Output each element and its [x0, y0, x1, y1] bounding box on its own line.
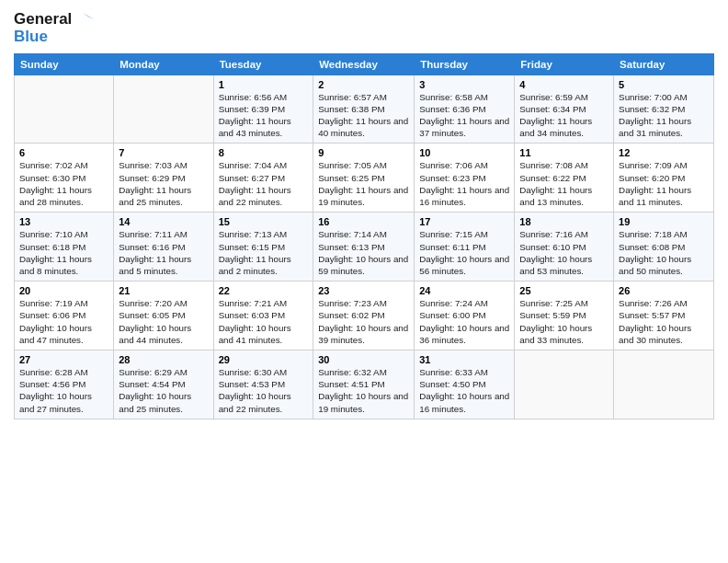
day-detail: Sunrise: 7:20 AMSunset: 6:05 PMDaylight:… — [119, 297, 208, 346]
day-detail: Sunrise: 7:08 AMSunset: 6:22 PMDaylight:… — [519, 159, 609, 208]
day-of-week-header: Saturday — [614, 53, 714, 75]
day-number: 22 — [219, 285, 309, 296]
calendar-day-cell: 2Sunrise: 6:57 AMSunset: 6:38 PMDaylight… — [313, 75, 415, 144]
day-of-week-header: Sunday — [15, 53, 114, 75]
day-of-week-header: Thursday — [415, 53, 515, 75]
calendar-day-cell: 17Sunrise: 7:15 AMSunset: 6:11 PMDayligh… — [415, 213, 515, 282]
day-number: 15 — [219, 216, 309, 227]
calendar-day-cell: 5Sunrise: 7:00 AMSunset: 6:32 PMDaylight… — [614, 75, 714, 144]
day-detail: Sunrise: 7:23 AMSunset: 6:02 PMDaylight:… — [318, 297, 409, 346]
calendar-day-cell: 27Sunrise: 6:28 AMSunset: 4:56 PMDayligh… — [15, 350, 114, 419]
day-detail: Sunrise: 7:02 AMSunset: 6:30 PMDaylight:… — [19, 159, 108, 208]
calendar-day-cell: 6Sunrise: 7:02 AMSunset: 6:30 PMDaylight… — [15, 144, 114, 213]
day-number: 13 — [19, 216, 108, 227]
day-detail: Sunrise: 7:24 AMSunset: 6:00 PMDaylight:… — [419, 297, 509, 346]
calendar-day-cell — [15, 75, 114, 144]
header-row: SundayMondayTuesdayWednesdayThursdayFrid… — [15, 53, 714, 75]
day-number: 1 — [219, 79, 309, 90]
calendar-day-cell: 8Sunrise: 7:04 AMSunset: 6:27 PMDaylight… — [213, 144, 313, 213]
day-number: 25 — [519, 285, 609, 296]
day-number: 17 — [419, 216, 509, 227]
svg-marker-0 — [83, 13, 94, 19]
day-of-week-header: Wednesday — [313, 53, 415, 75]
day-detail: Sunrise: 6:30 AMSunset: 4:53 PMDaylight:… — [219, 366, 309, 415]
day-number: 27 — [19, 354, 108, 365]
day-detail: Sunrise: 7:00 AMSunset: 6:32 PMDaylight:… — [619, 91, 709, 140]
day-detail: Sunrise: 7:09 AMSunset: 6:20 PMDaylight:… — [619, 159, 709, 208]
day-detail: Sunrise: 7:16 AMSunset: 6:10 PMDaylight:… — [519, 228, 609, 277]
calendar-day-cell: 22Sunrise: 7:21 AMSunset: 6:03 PMDayligh… — [213, 282, 313, 350]
day-number: 26 — [619, 285, 709, 296]
day-detail: Sunrise: 7:13 AMSunset: 6:15 PMDaylight:… — [219, 228, 309, 277]
day-detail: Sunrise: 6:56 AMSunset: 6:39 PMDaylight:… — [219, 91, 309, 140]
day-of-week-header: Friday — [515, 53, 614, 75]
day-number: 14 — [119, 216, 208, 227]
logo-blue: Blue — [14, 28, 94, 46]
logo-general: General — [14, 10, 72, 29]
day-number: 28 — [119, 354, 208, 365]
calendar-day-cell: 19Sunrise: 7:18 AMSunset: 6:08 PMDayligh… — [614, 213, 714, 282]
day-of-week-header: Tuesday — [213, 53, 313, 75]
day-number: 30 — [318, 354, 409, 365]
day-detail: Sunrise: 7:04 AMSunset: 6:27 PMDaylight:… — [219, 159, 309, 208]
day-detail: Sunrise: 7:21 AMSunset: 6:03 PMDaylight:… — [219, 297, 309, 346]
day-number: 21 — [119, 285, 208, 296]
day-detail: Sunrise: 7:19 AMSunset: 6:06 PMDaylight:… — [19, 297, 108, 346]
calendar-day-cell: 7Sunrise: 7:03 AMSunset: 6:29 PMDaylight… — [114, 144, 213, 213]
calendar-week-row: 20Sunrise: 7:19 AMSunset: 6:06 PMDayligh… — [15, 282, 714, 350]
calendar-day-cell: 15Sunrise: 7:13 AMSunset: 6:15 PMDayligh… — [213, 213, 313, 282]
day-detail: Sunrise: 7:06 AMSunset: 6:23 PMDaylight:… — [419, 159, 509, 208]
day-detail: Sunrise: 6:57 AMSunset: 6:38 PMDaylight:… — [318, 91, 409, 140]
calendar-day-cell: 25Sunrise: 7:25 AMSunset: 5:59 PMDayligh… — [515, 282, 614, 350]
calendar-day-cell: 11Sunrise: 7:08 AMSunset: 6:22 PMDayligh… — [515, 144, 614, 213]
day-detail: Sunrise: 7:26 AMSunset: 5:57 PMDaylight:… — [619, 297, 709, 346]
day-number: 19 — [619, 216, 709, 227]
calendar-day-cell: 9Sunrise: 7:05 AMSunset: 6:25 PMDaylight… — [313, 144, 415, 213]
calendar-day-cell: 12Sunrise: 7:09 AMSunset: 6:20 PMDayligh… — [614, 144, 714, 213]
day-number: 24 — [419, 285, 509, 296]
calendar-day-cell: 14Sunrise: 7:11 AMSunset: 6:16 PMDayligh… — [114, 213, 213, 282]
calendar-week-row: 6Sunrise: 7:02 AMSunset: 6:30 PMDaylight… — [15, 144, 714, 213]
calendar-page: General Blue SundayMondayTuesdayWednesda… — [0, 0, 728, 563]
day-detail: Sunrise: 7:10 AMSunset: 6:18 PMDaylight:… — [19, 228, 108, 277]
logo-bird-icon — [74, 9, 94, 29]
calendar-day-cell: 4Sunrise: 6:59 AMSunset: 6:34 PMDaylight… — [515, 75, 614, 144]
day-number: 2 — [318, 79, 409, 90]
day-number: 18 — [519, 216, 609, 227]
day-detail: Sunrise: 7:14 AMSunset: 6:13 PMDaylight:… — [318, 228, 409, 277]
day-number: 31 — [419, 354, 509, 365]
calendar-day-cell: 1Sunrise: 6:56 AMSunset: 6:39 PMDaylight… — [213, 75, 313, 144]
day-detail: Sunrise: 7:11 AMSunset: 6:16 PMDaylight:… — [119, 228, 208, 277]
calendar-week-row: 13Sunrise: 7:10 AMSunset: 6:18 PMDayligh… — [15, 213, 714, 282]
day-number: 20 — [19, 285, 108, 296]
day-number: 11 — [519, 147, 609, 158]
calendar-day-cell: 18Sunrise: 7:16 AMSunset: 6:10 PMDayligh… — [515, 213, 614, 282]
calendar-day-cell: 16Sunrise: 7:14 AMSunset: 6:13 PMDayligh… — [313, 213, 415, 282]
day-detail: Sunrise: 6:32 AMSunset: 4:51 PMDaylight:… — [318, 366, 409, 415]
day-detail: Sunrise: 6:59 AMSunset: 6:34 PMDaylight:… — [519, 91, 609, 140]
day-detail: Sunrise: 7:15 AMSunset: 6:11 PMDaylight:… — [419, 228, 509, 277]
calendar-day-cell: 3Sunrise: 6:58 AMSunset: 6:36 PMDaylight… — [415, 75, 515, 144]
day-detail: Sunrise: 6:29 AMSunset: 4:54 PMDaylight:… — [119, 366, 208, 415]
day-detail: Sunrise: 6:33 AMSunset: 4:50 PMDaylight:… — [419, 366, 509, 415]
calendar-day-cell: 29Sunrise: 6:30 AMSunset: 4:53 PMDayligh… — [213, 350, 313, 419]
calendar-day-cell: 10Sunrise: 7:06 AMSunset: 6:23 PMDayligh… — [415, 144, 515, 213]
calendar-day-cell: 28Sunrise: 6:29 AMSunset: 4:54 PMDayligh… — [114, 350, 213, 419]
calendar-day-cell: 26Sunrise: 7:26 AMSunset: 5:57 PMDayligh… — [614, 282, 714, 350]
calendar-day-cell — [515, 350, 614, 419]
calendar-day-cell: 23Sunrise: 7:23 AMSunset: 6:02 PMDayligh… — [313, 282, 415, 350]
calendar-week-row: 27Sunrise: 6:28 AMSunset: 4:56 PMDayligh… — [15, 350, 714, 419]
calendar-day-cell: 13Sunrise: 7:10 AMSunset: 6:18 PMDayligh… — [15, 213, 114, 282]
day-number: 8 — [219, 147, 309, 158]
header: General Blue — [14, 9, 714, 46]
day-detail: Sunrise: 7:05 AMSunset: 6:25 PMDaylight:… — [318, 159, 409, 208]
day-number: 6 — [19, 147, 108, 158]
calendar-day-cell: 31Sunrise: 6:33 AMSunset: 4:50 PMDayligh… — [415, 350, 515, 419]
calendar-week-row: 1Sunrise: 6:56 AMSunset: 6:39 PMDaylight… — [15, 75, 714, 144]
day-detail: Sunrise: 7:18 AMSunset: 6:08 PMDaylight:… — [619, 228, 709, 277]
calendar-day-cell — [114, 75, 213, 144]
day-number: 10 — [419, 147, 509, 158]
day-number: 4 — [519, 79, 609, 90]
calendar-table: SundayMondayTuesdayWednesdayThursdayFrid… — [14, 53, 714, 419]
day-of-week-header: Monday — [114, 53, 213, 75]
